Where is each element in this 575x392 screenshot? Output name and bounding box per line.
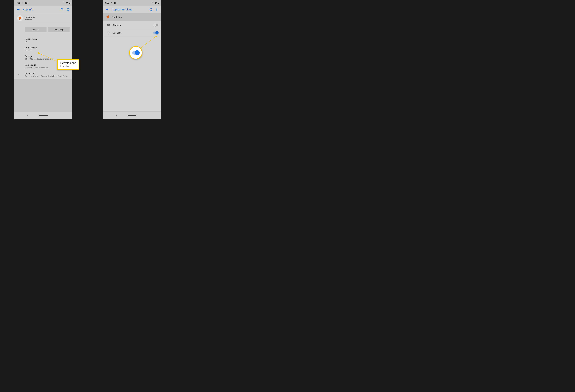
permissions-item[interactable]: Permissions Location — [14, 45, 72, 53]
svg-point-26 — [108, 32, 109, 33]
permission-camera-label: Camera — [111, 24, 153, 26]
app-icon-fandango — [17, 15, 23, 21]
callout-toggle-icon — [132, 51, 139, 55]
dnd-off-icon — [62, 2, 65, 4]
nav-home-pill[interactable] — [128, 115, 136, 116]
advanced-sub: Time spent in app, Battery, Open by defa… — [25, 75, 70, 77]
status-bar: 9:52 — [103, 0, 161, 6]
system-nav-bar — [103, 112, 161, 119]
location-icon — [106, 31, 111, 34]
chevron-down-icon — [17, 73, 20, 76]
running-icon — [111, 2, 113, 4]
permissions-sub: Location — [25, 49, 70, 51]
force-stop-label: Force stop — [54, 28, 63, 31]
permission-location[interactable]: Location — [103, 29, 161, 37]
svg-rect-13 — [158, 2, 159, 3]
notifications-item[interactable]: Notifications On — [14, 36, 72, 45]
action-buttons: Uninstall Force stop — [14, 23, 72, 36]
svg-point-16 — [156, 8, 157, 9]
battery-icon — [69, 2, 70, 4]
status-bar: 9:52 — [14, 0, 72, 6]
permission-camera[interactable]: Camera — [103, 21, 161, 29]
callout-toggle-on — [129, 46, 143, 59]
storage-title: Storage — [25, 55, 70, 58]
permission-location-label: Location — [111, 32, 153, 34]
help-button[interactable] — [148, 7, 154, 12]
app-icon-fandango — [106, 15, 110, 20]
search-button[interactable] — [59, 7, 65, 12]
appbar-title: App info — [21, 8, 59, 11]
app-install-status: Installed — [25, 18, 35, 21]
force-stop-button[interactable]: Force stop — [48, 27, 70, 32]
permission-location-toggle[interactable] — [153, 31, 158, 34]
permission-camera-toggle[interactable] — [153, 24, 158, 26]
status-dot-icon — [28, 3, 29, 3]
uninstall-label: Uninstall — [32, 28, 40, 31]
svg-point-18 — [156, 10, 157, 11]
camera-icon — [106, 23, 111, 26]
wifi-icon — [154, 2, 157, 4]
nav-back-icon[interactable] — [115, 114, 117, 117]
help-button[interactable] — [65, 7, 71, 12]
notifications-title: Notifications — [25, 38, 70, 40]
running-icon — [22, 2, 24, 4]
app-name: Fandango — [25, 16, 35, 18]
svg-point-25 — [108, 25, 109, 25]
phone-app-permissions: 9:52 App permissions — [103, 0, 161, 119]
settings-list: Notifications On Permissions Location St… — [14, 36, 72, 79]
facebook-icon — [114, 2, 116, 4]
svg-rect-2 — [69, 2, 70, 3]
uninstall-button[interactable]: Uninstall — [25, 27, 47, 32]
permissions-title: Permissions — [25, 46, 70, 49]
wifi-icon — [66, 2, 68, 4]
permissions-app-name: Fandango — [110, 16, 158, 19]
system-nav-bar — [14, 112, 72, 119]
appbar-title: App permissions — [110, 8, 148, 11]
dnd-off-icon — [151, 2, 153, 4]
back-button[interactable] — [104, 7, 110, 12]
status-time: 9:52 — [105, 2, 109, 4]
notifications-sub: On — [25, 41, 70, 43]
battery-icon — [158, 2, 159, 4]
nav-home-pill[interactable] — [39, 115, 48, 116]
overflow-menu-button[interactable] — [154, 7, 160, 12]
status-dot-icon — [117, 3, 118, 3]
appbar: App info — [14, 6, 72, 13]
svg-rect-1 — [70, 2, 70, 2]
callout-permissions-sub: Location — [60, 65, 76, 68]
svg-point-3 — [61, 8, 63, 10]
tutorial-composite: 9:52 — [0, 0, 192, 119]
svg-rect-12 — [158, 2, 159, 2]
status-time: 9:52 — [17, 2, 20, 4]
facebook-icon — [25, 2, 27, 4]
back-button[interactable] — [16, 7, 21, 12]
nav-back-icon[interactable] — [27, 114, 28, 117]
advanced-item[interactable]: Advanced Time spent in app, Battery, Ope… — [14, 70, 72, 79]
permissions-app-header: Fandango — [103, 13, 161, 21]
callout-permissions: Permissions Location — [57, 59, 79, 70]
advanced-title: Advanced — [25, 72, 70, 75]
app-header: Fandango Installed — [14, 13, 72, 23]
callout-permissions-title: Permissions — [60, 61, 76, 65]
svg-point-17 — [156, 9, 157, 10]
appbar: App permissions — [103, 6, 161, 13]
